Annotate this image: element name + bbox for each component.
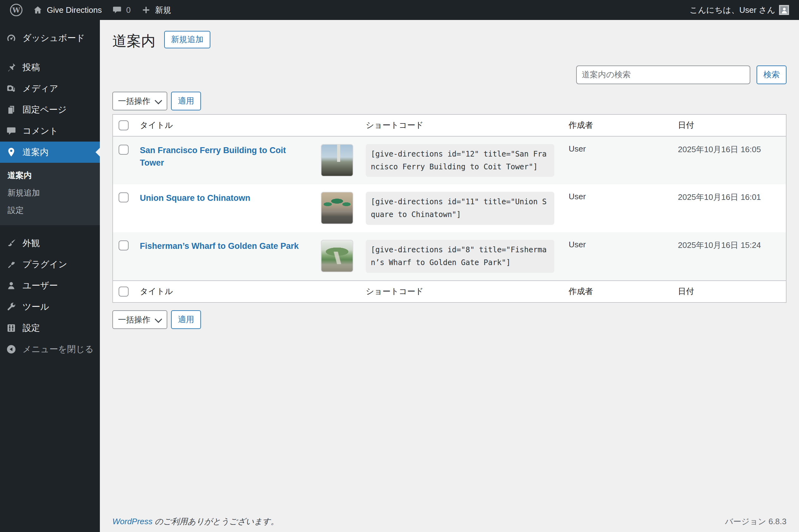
- column-header-shortcode: ショートコード: [360, 280, 562, 302]
- table-footer: タイトル ショートコード 作成者 日付: [113, 280, 786, 302]
- wordpress-logo-menu[interactable]: [5, 0, 28, 20]
- column-header-thumbnail: [314, 280, 360, 302]
- my-account-menu[interactable]: こんにちは、User さん: [685, 0, 794, 20]
- column-header-date: 日付: [672, 115, 786, 137]
- new-content-menu[interactable]: 新規: [136, 0, 176, 20]
- submenu-item-settings[interactable]: 設定: [0, 202, 100, 219]
- footer-thanks-text: のご利用ありがとうございます。: [152, 517, 279, 526]
- thumbnail-image: [321, 144, 353, 176]
- column-header-author: 作成者: [562, 280, 672, 302]
- sidebar-item-dashboard[interactable]: ダッシュボード: [0, 27, 100, 49]
- give-directions-submenu: 道案内 新規追加 設定: [0, 163, 100, 225]
- comment-bubble-icon: [112, 5, 122, 15]
- row-checkbox[interactable]: [119, 145, 129, 155]
- submenu-item-add-new[interactable]: 新規追加: [0, 184, 100, 202]
- shortcode-text: [give-directions id="11" title="Union Sq…: [366, 192, 554, 225]
- page-title: 道案内: [112, 26, 156, 53]
- sidebar-item-label: 設定: [22, 322, 40, 334]
- sidebar-item-posts[interactable]: 投稿: [0, 57, 100, 78]
- sidebar-item-give-directions[interactable]: 道案内: [0, 141, 100, 163]
- plugin-icon: [5, 258, 17, 271]
- admin-bar: Give Directions 0 新規 こんにちは、User さん: [0, 0, 799, 20]
- date-cell: 2025年10月16日 16:05: [672, 137, 786, 185]
- sidebar-item-label: コメント: [22, 125, 58, 137]
- sidebar-item-tools[interactable]: ツール: [0, 296, 100, 318]
- dashboard-icon: [5, 32, 17, 44]
- posts-table: タイトル ショートコード 作成者 日付 San Francisco Ferry …: [112, 114, 786, 303]
- search-input[interactable]: [576, 65, 750, 84]
- avatar: [779, 5, 789, 15]
- thumbnail-image: [321, 192, 353, 224]
- column-header-author: 作成者: [562, 115, 672, 137]
- comments-shortcut[interactable]: 0: [107, 0, 135, 20]
- menu-separator: [0, 49, 100, 57]
- sidebar-item-label: 投稿: [22, 61, 40, 73]
- sidebar-item-pages[interactable]: 固定ページ: [0, 99, 100, 120]
- bulk-actions-top: 一括操作 適用: [112, 92, 786, 110]
- row-checkbox[interactable]: [119, 192, 129, 203]
- sidebar-item-label: 道案内: [22, 146, 49, 158]
- bulk-action-select-wrap: 一括操作: [112, 92, 167, 110]
- pushpin-icon: [5, 61, 17, 74]
- search-button[interactable]: 検索: [757, 65, 786, 84]
- table-row: Union Square to Chinatown [give-directio…: [113, 184, 786, 232]
- sidebar-item-label: ツール: [22, 301, 49, 313]
- shortcode-text: [give-directions id="12" title="San Fran…: [366, 144, 554, 177]
- search-box: 検索: [112, 65, 786, 84]
- sidebar-item-settings[interactable]: 設定: [0, 318, 100, 339]
- bulk-actions-bottom: 一括操作 適用: [112, 310, 786, 329]
- select-all-checkbox[interactable]: [119, 120, 129, 130]
- column-header-date: 日付: [672, 280, 786, 302]
- table-row: Fisherman’s Wharf to Golden Gate Park [g…: [113, 232, 786, 280]
- site-name-link[interactable]: Give Directions: [28, 0, 107, 20]
- table-body: San Francisco Ferry Building to Coit Tow…: [113, 137, 786, 280]
- column-header-shortcode: ショートコード: [360, 115, 562, 137]
- bulk-action-select[interactable]: 一括操作: [112, 310, 167, 329]
- new-label: 新規: [155, 5, 171, 16]
- menu-separator: [0, 225, 100, 233]
- home-icon: [33, 5, 43, 15]
- apply-button[interactable]: 適用: [171, 310, 201, 329]
- footer-thanks: WordPress のご利用ありがとうございます。: [112, 516, 279, 527]
- bulk-action-select[interactable]: 一括操作: [112, 92, 167, 110]
- collapse-arrow-icon: [5, 343, 17, 356]
- sidebar-item-label: プラグイン: [22, 259, 67, 270]
- sidebar-item-label: ダッシュボード: [22, 32, 85, 44]
- footer-version: バージョン 6.8.3: [725, 516, 787, 527]
- sidebar-item-label: 固定ページ: [22, 104, 67, 116]
- post-title-link[interactable]: San Francisco Ferry Building to Coit Tow…: [140, 144, 305, 169]
- table-header: タイトル ショートコード 作成者 日付: [113, 115, 786, 137]
- add-new-button[interactable]: 新規追加: [164, 31, 211, 48]
- main-content: 道案内 新規追加 検索 一括操作 適用 タイトル ショートコード 作成者 日付: [100, 20, 799, 532]
- author-cell: User: [562, 232, 672, 280]
- post-title-link[interactable]: Union Square to Chinatown: [140, 192, 250, 205]
- column-header-title: タイトル: [133, 115, 314, 137]
- sidebar-item-media[interactable]: メディア: [0, 78, 100, 99]
- sidebar-item-label: メニューを閉じる: [22, 343, 94, 355]
- wordpress-link[interactable]: WordPress: [112, 517, 152, 526]
- sidebar-item-comments[interactable]: コメント: [0, 120, 100, 141]
- post-title-link[interactable]: Fisherman’s Wharf to Golden Gate Park: [140, 240, 299, 252]
- wordpress-logo-icon: [10, 4, 22, 16]
- pages-icon: [5, 103, 17, 116]
- sidebar-item-label: メディア: [22, 83, 58, 94]
- sidebar-item-plugins[interactable]: プラグイン: [0, 254, 100, 275]
- comment-count: 0: [126, 5, 130, 15]
- admin-menu: ダッシュボード 投稿 メディア 固定ページ コメント 道案内 道案内 新規追加 …: [0, 20, 100, 532]
- row-checkbox[interactable]: [119, 241, 129, 250]
- author-cell: User: [562, 184, 672, 232]
- media-icon: [5, 82, 17, 95]
- author-cell: User: [562, 137, 672, 185]
- greeting-label: こんにちは、User さん: [690, 5, 775, 16]
- collapse-menu-button[interactable]: メニューを閉じる: [0, 339, 100, 360]
- shortcode-text: [give-directions id="8" title="Fisherman…: [366, 240, 554, 273]
- table-row: San Francisco Ferry Building to Coit Tow…: [113, 137, 786, 185]
- date-cell: 2025年10月16日 16:01: [672, 184, 786, 232]
- select-all-checkbox[interactable]: [119, 287, 129, 297]
- apply-button[interactable]: 適用: [171, 92, 201, 110]
- sidebar-item-appearance[interactable]: 外観: [0, 233, 100, 254]
- submenu-item-all[interactable]: 道案内: [0, 167, 100, 184]
- plus-icon: [141, 5, 151, 15]
- location-pin-icon: [5, 146, 17, 158]
- sidebar-item-users[interactable]: ユーザー: [0, 275, 100, 296]
